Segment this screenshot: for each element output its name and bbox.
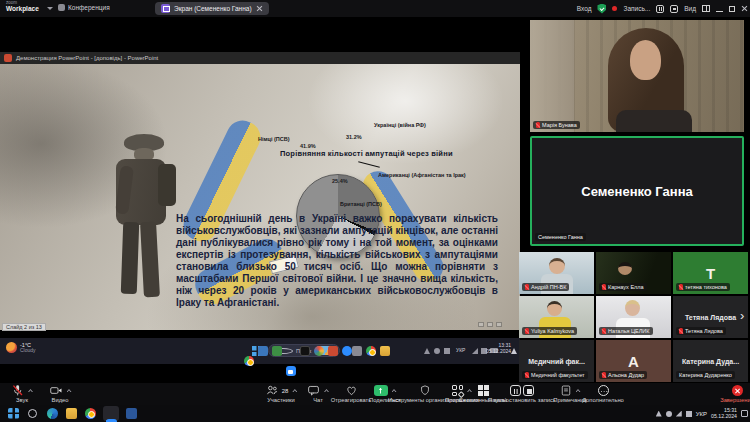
network-icon[interactable] <box>676 411 682 417</box>
participant-name: Карнаух Елла <box>608 284 644 290</box>
video-button[interactable]: Видео <box>25 384 95 404</box>
more-button[interactable]: Дополнительно <box>568 384 638 404</box>
edge-icon[interactable] <box>47 408 58 419</box>
weather-widget[interactable]: -1°C Cloudy <box>6 342 36 354</box>
active-speaker-tile[interactable]: Семененко Ганна Семененко Ганна <box>530 136 744 246</box>
video-tile-participant[interactable]: А Альона Дудар <box>596 340 671 382</box>
zoom-app-icon[interactable] <box>106 419 117 422</box>
view-layout-icon[interactable] <box>702 5 710 12</box>
word-icon[interactable] <box>126 408 137 419</box>
titlebar-right-controls: Вход Запись... Вид <box>577 0 748 17</box>
end-meeting-icon <box>732 385 743 396</box>
start-button-icon[interactable] <box>8 408 19 419</box>
tray-expand-icon[interactable] <box>424 348 430 354</box>
recording-dot-icon <box>612 6 617 11</box>
security-shield-icon[interactable] <box>597 4 606 14</box>
muted-mic-icon <box>679 328 683 334</box>
video-tile-participant[interactable]: Тетяна Лядова Тетяна Лядова <box>673 296 748 338</box>
chrome-icon[interactable] <box>244 356 254 366</box>
close-tab-icon[interactable] <box>256 5 263 12</box>
notifications-bell-icon[interactable] <box>511 348 517 354</box>
tray-expand-icon[interactable] <box>656 411 662 417</box>
zoom-app-icon[interactable] <box>286 366 296 376</box>
volume-icon[interactable] <box>686 411 692 417</box>
green-app-icon[interactable] <box>272 346 282 356</box>
participant-name: Катерина Дударенко <box>679 372 732 378</box>
linkedin-icon[interactable] <box>258 346 268 356</box>
video-tile-participant[interactable]: Карнаух Елла <box>596 252 671 294</box>
notification-center-icon[interactable] <box>741 410 748 417</box>
curtain-background <box>530 20 574 132</box>
windows-taskbar: УКР 15:31 05.12.2024 <box>0 405 750 422</box>
tab-shared-screen-label: Экран (Семененко Ганна) <box>174 5 252 12</box>
video-tile-participant[interactable]: Андрій ПН-ВК <box>519 252 594 294</box>
chevron-down-icon[interactable] <box>47 7 53 10</box>
pie-label-british: Британці (ПСВ) <box>340 201 382 207</box>
search-icon[interactable] <box>28 409 37 418</box>
tray-icon[interactable] <box>434 348 440 354</box>
minimize-button[interactable] <box>716 11 723 12</box>
muted-mic-icon <box>525 328 529 334</box>
powerpoint-window-title: Демонстрация PowerPoint - [доповідь] - P… <box>16 55 158 61</box>
netflix-icon[interactable] <box>300 346 310 356</box>
tab-conference[interactable]: Конференция <box>58 4 110 11</box>
participant-name: Тетяна Лядова <box>685 328 723 334</box>
photos-icon[interactable] <box>314 346 324 356</box>
taskbar-clock[interactable]: 13:31 05.12.2024 <box>486 343 511 355</box>
view-button[interactable]: Вид <box>684 5 696 12</box>
screen-share-icon <box>161 4 170 13</box>
taskbar-clock[interactable]: 15:31 05.12.2024 <box>711 408 737 420</box>
muted-mic-icon <box>525 372 529 378</box>
maximize-button[interactable] <box>729 6 735 12</box>
file-explorer-icon[interactable] <box>380 346 390 356</box>
pause-recording-button[interactable] <box>656 5 664 13</box>
video-tile-participant[interactable]: Т тетяна тихонова <box>673 252 748 294</box>
window-app-icon[interactable] <box>352 346 362 356</box>
end-meeting-button[interactable]: Завершение <box>702 384 750 404</box>
more-icon <box>598 385 609 396</box>
video-tile-maria[interactable]: Марія Бунава <box>530 20 744 132</box>
chrome-icon[interactable] <box>85 408 96 419</box>
slide-status-bar: Слайд 2 из 13 <box>2 323 46 331</box>
app-titlebar: zoom Workplace Конференция Экран (Семене… <box>0 0 750 17</box>
stop-recording-button[interactable] <box>670 5 678 13</box>
powerpoint-titlebar: Демонстрация PowerPoint - [доповідь] - P… <box>0 52 520 64</box>
language-indicator[interactable]: УКР <box>456 347 465 353</box>
video-tile-participant[interactable]: Катерина Дуда... Катерина Дударенко <box>673 340 748 382</box>
mic-tray-icon[interactable] <box>666 411 672 417</box>
video-tile-participant[interactable]: Yuliya Kalmykova <box>519 296 594 338</box>
participant-name: тетяна тихонова <box>685 284 727 290</box>
language-indicator[interactable]: УКР <box>696 411 707 417</box>
presentation-slide: Порівняння кількості ампутацій через вій… <box>0 64 520 330</box>
brand-workplace: Workplace <box>6 6 39 13</box>
blue-app-icon[interactable] <box>342 346 352 356</box>
login-button[interactable]: Вход <box>577 5 592 12</box>
gallery-next-arrow[interactable]: › <box>740 308 744 323</box>
video-name-tag: Марія Бунава <box>533 121 580 129</box>
muted-mic-icon <box>679 284 683 290</box>
chrome-icon[interactable] <box>366 346 376 356</box>
participant-name: Семененко Ганна <box>538 234 583 240</box>
video-tile-participant[interactable]: Наталья ЦЕЛИК <box>596 296 671 338</box>
video-name-tag: Семененко Ганна <box>535 233 586 241</box>
participant-name: Марія Бунава <box>542 122 577 128</box>
muted-mic-icon <box>602 372 606 378</box>
powerpoint-taskbar-icon[interactable] <box>328 346 338 356</box>
pie-value-germans: 41.9% <box>300 143 316 149</box>
video-tile-participant[interactable]: Медичний фак... Медичний факультет <box>519 340 594 382</box>
muted-mic-icon <box>536 122 540 128</box>
speaker-icon[interactable] <box>444 348 450 354</box>
close-window-button[interactable] <box>741 5 748 12</box>
powerpoint-icon <box>4 54 12 62</box>
pie-label-americans: Американці (Афганістан та Ірак) <box>378 172 466 178</box>
slideshow-nav-controls[interactable] <box>478 322 502 327</box>
clock-date: 05.12.2024 <box>711 414 737 420</box>
file-explorer-icon[interactable] <box>66 408 77 419</box>
wifi-icon[interactable] <box>472 348 478 354</box>
participant-name: Андрій ПН-ВК <box>531 284 566 290</box>
chevron-up-icon[interactable] <box>67 389 72 392</box>
pie-value-ukrainians: 31.2% <box>346 134 362 140</box>
participant-name: Медичний факультет <box>531 372 585 378</box>
tab-shared-screen[interactable]: Экран (Семененко Ганна) <box>155 2 269 15</box>
meeting-toolbar: Звук Видео 28 Участники Чат Отреагироват… <box>0 383 750 405</box>
